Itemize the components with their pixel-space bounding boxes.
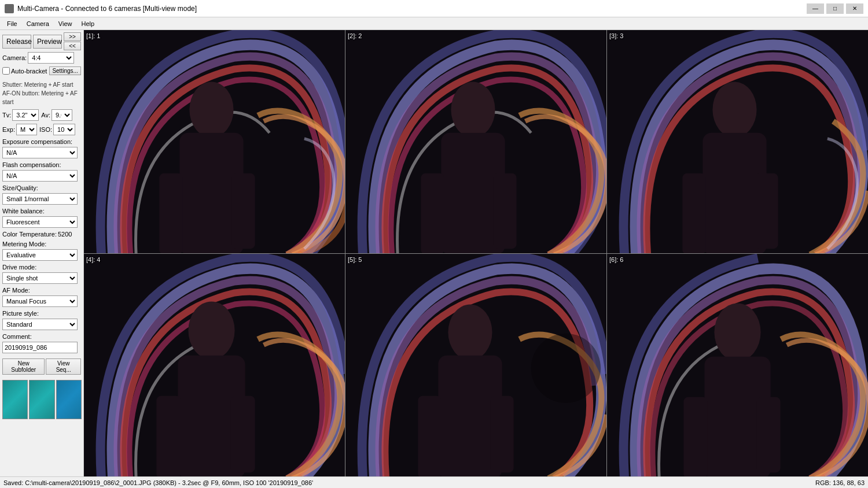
picture-style-value-row: Standard (2, 319, 81, 330)
af-mode-label: AF Mode: (2, 287, 30, 294)
view-seq-button[interactable]: View Seq... (46, 358, 81, 375)
metering-row: Metering Mode: (2, 241, 81, 247)
menu-file[interactable]: File (2, 19, 22, 28)
subfolder-seq-row: New Subfolder View Seq... (2, 358, 81, 375)
nav-forward-button[interactable]: >> (64, 32, 81, 41)
auto-bracket-row: Auto-bracket Settings... (2, 66, 81, 75)
white-balance-select[interactable]: Fluorescent (2, 216, 78, 228)
menu-bar: File Camera View Help (0, 17, 868, 30)
cell-label-2: [2]: 2 (348, 32, 362, 39)
metering-label: Metering Mode: (2, 241, 46, 247)
drive-select[interactable]: Single shot (2, 272, 78, 284)
window-title: Multi-Camera - Connected to 6 cameras [M… (17, 5, 807, 13)
photo-6 (607, 254, 868, 477)
comment-label: Comment: (2, 333, 32, 340)
grid-cell-2[interactable]: [2]: 2 (345, 30, 606, 253)
svg-point-22 (448, 304, 492, 360)
svg-point-1 (189, 82, 233, 138)
svg-point-27 (714, 303, 760, 361)
grid-cell-4[interactable]: [4]: 4 (84, 254, 345, 477)
svg-rect-3 (159, 173, 182, 253)
preview-button[interactable]: Preview (33, 35, 62, 49)
svg-rect-9 (494, 173, 517, 249)
svg-rect-24 (418, 395, 441, 476)
close-button[interactable]: ✕ (846, 3, 863, 14)
exposure-comp-label: Exposure compensation: (2, 138, 72, 145)
white-balance-value-row: Fluorescent (2, 216, 81, 228)
av-label: Av: (41, 112, 50, 119)
thumb-3[interactable] (56, 380, 82, 419)
metering-value-row: Evaluative (2, 249, 81, 261)
grid-cell-6[interactable]: [6]: 6 (607, 254, 868, 477)
nav-back-button[interactable]: << (64, 42, 81, 50)
exp-select[interactable]: M (16, 124, 37, 135)
photo-3 (607, 30, 868, 253)
flash-comp-select[interactable]: N/A (2, 170, 78, 182)
maximize-button[interactable]: □ (826, 3, 844, 14)
af-mode-select[interactable]: Manual Focus (2, 295, 78, 307)
auto-bracket-label: Auto-bracket (11, 68, 47, 75)
svg-point-11 (712, 82, 756, 138)
comment-value-row (2, 342, 81, 353)
picture-style-select[interactable]: Standard (2, 319, 78, 330)
size-quality-label: Size/Quality: (2, 184, 38, 191)
af-mode-value-row: Manual Focus (2, 295, 81, 307)
grid-cell-1[interactable]: [1]: 1 (84, 30, 345, 253)
menu-view[interactable]: View (54, 19, 77, 28)
exp-iso-row: Exp: M ISO: 100 (2, 124, 81, 135)
grid-cell-5[interactable]: [5]: 5 (345, 254, 606, 477)
picture-style-label: Picture style: (2, 310, 39, 317)
release-button[interactable]: Release (2, 35, 31, 49)
main-content: Release Preview >> << Camera: 4:4 Auto-b… (0, 30, 868, 476)
exposure-comp-value-row: N/A (2, 147, 81, 158)
svg-rect-19 (231, 395, 255, 472)
shutter-info: Shutter: Metering + AF start AF-ON butto… (2, 80, 81, 106)
menu-camera[interactable]: Camera (22, 19, 54, 28)
status-bar: Saved: C:\multi-camera\20190919_086\2_00… (0, 476, 868, 488)
color-temp-row: Color Temperature: 5200 (2, 231, 81, 238)
svg-rect-4 (232, 173, 255, 249)
metering-select[interactable]: Evaluative (2, 249, 78, 261)
tv-select[interactable]: 3.2" (12, 109, 39, 121)
status-saved-text: Saved: C:\multi-camera\20190919_086\2_00… (3, 479, 313, 486)
thumbnail-strip (2, 380, 82, 419)
iso-select[interactable]: 100 (53, 124, 75, 135)
svg-rect-14 (755, 173, 778, 249)
menu-help[interactable]: Help (77, 19, 100, 28)
new-subfolder-button[interactable]: New Subfolder (2, 358, 45, 375)
photo-4 (84, 254, 345, 477)
comment-input[interactable] (2, 342, 78, 353)
window-controls: — □ ✕ (807, 3, 863, 14)
nav-buttons: >> << (64, 32, 81, 50)
drive-value-row: Single shot (2, 272, 81, 284)
auto-bracket-checkbox[interactable] (2, 67, 10, 75)
photo-1 (84, 30, 345, 253)
white-balance-label: White balance: (2, 208, 45, 215)
svg-rect-8 (421, 173, 444, 253)
photo-2 (345, 30, 606, 253)
svg-rect-29 (683, 397, 707, 476)
settings-button[interactable]: Settings... (49, 66, 80, 75)
minimize-button[interactable]: — (807, 3, 824, 14)
status-rgb-text: RGB: 136, 88, 63 (815, 479, 865, 486)
flash-comp-value-row: N/A (2, 170, 81, 182)
tv-label: Tv: (2, 112, 11, 119)
camera-select[interactable]: 4:4 (28, 52, 74, 64)
color-temp-value: 5200 (58, 231, 72, 238)
svg-point-6 (451, 82, 495, 138)
tv-av-row: Tv: 3.2" Av: 9.0 (2, 109, 81, 121)
svg-rect-18 (156, 395, 181, 476)
grid-area: [1]: 1 (84, 30, 868, 476)
size-quality-select[interactable]: Small 1/normal (2, 193, 78, 205)
cell-label-1: [1]: 1 (86, 32, 100, 39)
grid-cell-3[interactable]: [3]: 3 (607, 30, 868, 253)
thumb-1[interactable] (2, 380, 28, 419)
svg-rect-13 (682, 173, 705, 253)
title-bar: Multi-Camera - Connected to 6 cameras [M… (0, 0, 868, 17)
thumb-2[interactable] (29, 380, 54, 419)
drive-row: Drive mode: (2, 264, 81, 271)
av-select[interactable]: 9.0 (52, 109, 72, 121)
app-icon (5, 4, 14, 13)
exposure-comp-select[interactable]: N/A (2, 147, 78, 158)
cell-label-6: [6]: 6 (609, 256, 623, 263)
